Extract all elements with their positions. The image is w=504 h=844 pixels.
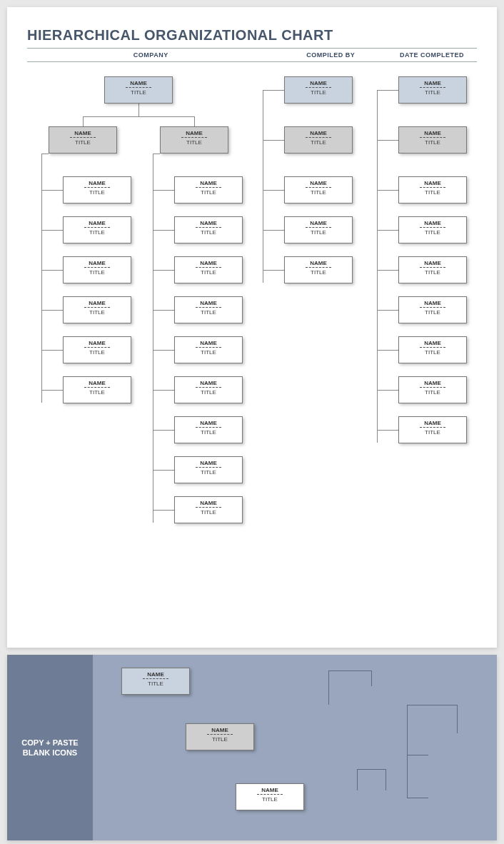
org-node-report[interactable]: NAMETITLE (398, 216, 467, 243)
node-name: NAME (285, 220, 352, 226)
org-chart-page: HIERARCHICAL ORGANIZATIONAL CHART COMPAN… (7, 7, 497, 648)
node-title: TITLE (49, 139, 116, 146)
node-name: NAME (64, 380, 131, 386)
org-node-top[interactable]: NAMETITLE (398, 76, 467, 104)
org-node-report[interactable]: NAMETITLE (174, 376, 243, 403)
palette-connector-icon[interactable] (407, 705, 457, 705)
org-node-manager[interactable]: NAME TITLE (49, 126, 117, 154)
palette-connector-icon[interactable] (371, 670, 372, 686)
org-node-top[interactable]: NAME TITLE (104, 76, 173, 104)
org-node-report[interactable]: NAMETITLE (398, 376, 467, 403)
org-node-report[interactable]: NAMETITLE (284, 176, 353, 204)
org-node-report[interactable]: NAMETITLE (63, 216, 131, 243)
palette-connector-icon[interactable] (357, 769, 358, 790)
palette-connector-icon[interactable] (328, 670, 329, 705)
org-node-report[interactable]: NAMETITLE (398, 416, 467, 443)
node-name: NAME (175, 340, 242, 346)
palette-sidebar: COPY + PASTE BLANK ICONS (7, 655, 93, 840)
org-node-report[interactable]: NAMETITLE (63, 256, 131, 283)
node-separator (84, 267, 110, 268)
connector (377, 350, 398, 351)
node-name: NAME (399, 420, 466, 426)
palette-connector-icon[interactable] (407, 705, 408, 798)
palette-connector-icon[interactable] (407, 798, 428, 798)
org-node-manager[interactable]: NAME TITLE (160, 126, 228, 154)
node-separator (196, 267, 221, 268)
header-company: COMPANY (27, 49, 275, 61)
org-node-report[interactable]: NAMETITLE (174, 296, 243, 323)
connector (41, 270, 63, 271)
palette-node-grey[interactable]: NAMETITLE (186, 723, 254, 750)
node-title: TITLE (64, 309, 131, 316)
palette-node-blue[interactable]: NAMETITLE (121, 668, 190, 695)
palette-connector-icon[interactable] (385, 769, 386, 790)
palette-connector-icon[interactable] (357, 769, 385, 770)
node-title: TITLE (175, 389, 242, 396)
node-separator (196, 507, 221, 508)
connector (153, 350, 174, 351)
connector (377, 430, 398, 431)
org-node-report[interactable]: NAMETITLE (63, 336, 131, 363)
org-node-report[interactable]: NAMETITLE (63, 176, 131, 204)
org-node-report[interactable]: NAMETITLE (284, 216, 353, 243)
org-node-report[interactable]: NAMETITLE (398, 296, 467, 323)
palette-connector-icon[interactable] (328, 670, 371, 671)
org-node-report[interactable]: NAMETITLE (284, 256, 353, 283)
node-separator (420, 87, 445, 88)
node-separator (306, 227, 331, 228)
header-row: COMPANY COMPILED BY DATE COMPLETED (27, 48, 477, 62)
connector (138, 104, 139, 116)
node-title: TITLE (64, 269, 131, 276)
connector (153, 154, 160, 154)
org-node-report[interactable]: NAMETITLE (398, 176, 467, 204)
node-separator (420, 227, 445, 228)
org-node-manager[interactable]: NAMETITLE (284, 126, 353, 154)
palette-node-white[interactable]: NAMETITLE (236, 783, 304, 810)
node-title: TITLE (285, 139, 352, 146)
node-title: TITLE (175, 189, 242, 196)
node-name: NAME (175, 220, 242, 226)
node-name: NAME (285, 80, 352, 86)
node-name: NAME (64, 340, 131, 346)
node-title: TITLE (175, 349, 242, 356)
org-node-report[interactable]: NAMETITLE (174, 336, 243, 363)
org-node-manager[interactable]: NAMETITLE (398, 126, 467, 154)
node-title: TITLE (64, 189, 131, 196)
node-separator (306, 267, 331, 268)
node-title: TITLE (175, 429, 242, 436)
palette-connector-icon[interactable] (407, 755, 428, 755)
node-separator (257, 794, 283, 795)
connector (263, 140, 284, 141)
org-node-report[interactable]: NAMETITLE (174, 456, 243, 483)
org-node-report[interactable]: NAMETITLE (63, 296, 131, 323)
node-name: NAME (175, 460, 242, 466)
org-node-report[interactable]: NAMETITLE (174, 416, 243, 443)
org-node-report[interactable]: NAMETITLE (174, 216, 243, 243)
node-name: NAME (236, 787, 303, 793)
node-name: NAME (64, 180, 131, 186)
node-title: TITLE (285, 269, 352, 276)
node-title: TITLE (399, 389, 466, 396)
node-title: TITLE (161, 139, 228, 146)
node-name: NAME (105, 80, 172, 86)
node-title: TITLE (399, 229, 466, 236)
node-title: TITLE (399, 89, 466, 96)
org-node-report[interactable]: NAMETITLE (398, 336, 467, 363)
node-separator (84, 227, 110, 228)
palette-connector-icon[interactable] (457, 705, 458, 733)
org-node-top[interactable]: NAMETITLE (284, 76, 353, 104)
node-separator (196, 227, 221, 228)
org-node-report[interactable]: NAMETITLE (63, 376, 131, 403)
connector (153, 430, 174, 431)
connector (41, 154, 42, 403)
node-name: NAME (175, 420, 242, 426)
org-node-report[interactable]: NAMETITLE (174, 256, 243, 283)
node-separator (196, 427, 221, 428)
node-title: TITLE (399, 309, 466, 316)
org-node-report[interactable]: NAMETITLE (398, 256, 467, 283)
org-node-report[interactable]: NAMETITLE (174, 176, 243, 204)
node-name: NAME (285, 180, 352, 186)
palette-sidebar-label: COPY + PASTE BLANK ICONS (13, 738, 87, 758)
org-node-report[interactable]: NAMETITLE (174, 496, 243, 523)
node-name: NAME (175, 300, 242, 306)
